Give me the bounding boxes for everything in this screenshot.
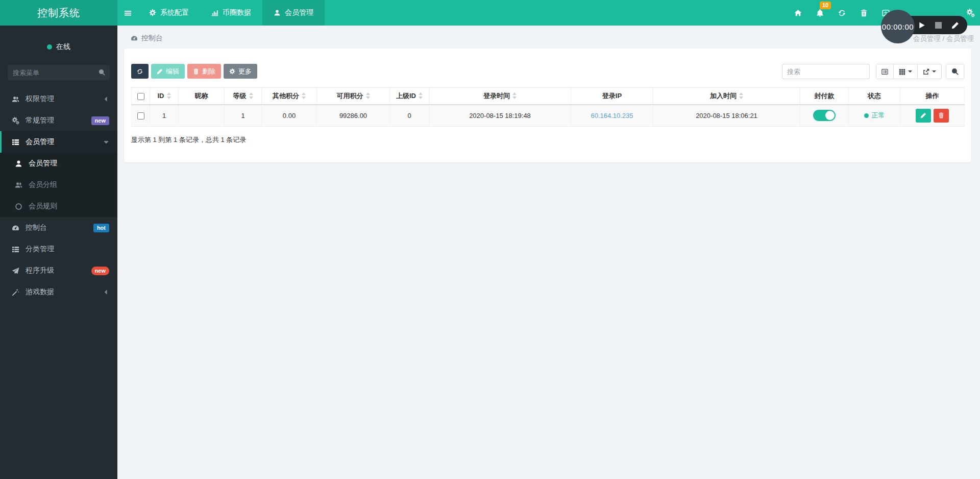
menu-search-input[interactable] bbox=[8, 65, 110, 80]
payment-toggle-switch[interactable] bbox=[813, 110, 836, 121]
online-dot-icon bbox=[47, 44, 52, 50]
chevron-left-icon bbox=[103, 289, 109, 295]
sidebar-item-dashboard[interactable]: 控制台 hot bbox=[0, 217, 117, 238]
header-other-points[interactable]: 其他积分 bbox=[262, 88, 317, 105]
toggle-knob bbox=[825, 111, 835, 120]
row-checkbox[interactable] bbox=[137, 112, 144, 119]
users-icon bbox=[11, 95, 20, 103]
sidebar-item-upgrade[interactable]: 程序升级 new bbox=[0, 260, 117, 281]
main-content: 控制台 会员管理 / 会员管理 编辑 删除 更多 bbox=[117, 26, 980, 479]
search-icon bbox=[951, 68, 959, 75]
search-icon bbox=[99, 69, 105, 76]
tab-label: 会员管理 bbox=[285, 8, 313, 17]
detail-view-icon bbox=[881, 68, 888, 75]
header-select-all bbox=[132, 88, 150, 105]
cell-id: 1 bbox=[150, 105, 179, 127]
pencil-icon bbox=[920, 112, 926, 118]
export-dropdown-button[interactable] bbox=[917, 64, 942, 79]
record-edit-button[interactable] bbox=[951, 21, 959, 29]
new-badge: new bbox=[91, 267, 109, 275]
refresh-icon bbox=[137, 68, 143, 75]
user-icon bbox=[14, 160, 23, 167]
list-icon bbox=[11, 138, 20, 146]
settings-button[interactable] bbox=[966, 0, 975, 26]
rocket-icon bbox=[11, 267, 20, 275]
tab-label: 系统配置 bbox=[160, 8, 189, 17]
table-header-row: ID 昵称 等级 其他积分 可用积分 上级ID 登录时间 登录IP 加入时间 封… bbox=[132, 88, 965, 105]
sidebar-item-label: 分类管理 bbox=[26, 245, 54, 254]
caret-down-icon bbox=[908, 70, 912, 75]
breadcrumb-path: 会员管理 / 会员管理 bbox=[913, 34, 974, 43]
tab-member-management[interactable]: 会员管理 bbox=[262, 0, 325, 26]
table-search-input[interactable] bbox=[782, 64, 870, 79]
sidebar-subitem-member-groups[interactable]: 会员分组 bbox=[0, 174, 117, 196]
more-button[interactable]: 更多 bbox=[224, 64, 257, 79]
detail-view-button[interactable] bbox=[876, 64, 894, 79]
header-join-time[interactable]: 加入时间 bbox=[653, 88, 800, 105]
edit-button[interactable]: 编辑 bbox=[151, 64, 185, 79]
login-ip-link[interactable]: 60.164.10.235 bbox=[591, 112, 633, 119]
table-toolbar: 编辑 删除 更多 bbox=[131, 64, 964, 79]
home-icon bbox=[794, 9, 802, 17]
sidebar-item-general[interactable]: 常规管理 new bbox=[0, 110, 117, 131]
header-nickname: 昵称 bbox=[179, 88, 225, 105]
users-icon bbox=[14, 181, 23, 189]
columns-dropdown-button[interactable] bbox=[893, 64, 918, 79]
header-login-ip: 登录IP bbox=[571, 88, 653, 105]
refresh-page-button[interactable] bbox=[837, 9, 846, 17]
notifications-button[interactable]: 10 bbox=[815, 9, 824, 17]
row-edit-button[interactable] bbox=[916, 109, 931, 123]
trash-icon bbox=[860, 9, 868, 17]
header-login-time[interactable]: 登录时间 bbox=[429, 88, 571, 105]
header-parent-id[interactable]: 上级ID bbox=[390, 88, 429, 105]
header-id[interactable]: ID bbox=[150, 88, 179, 105]
sidebar-item-label: 权限管理 bbox=[26, 94, 54, 104]
sidebar: 在线 权限管理 常规管理 new 会员管理 会员管理 会员 bbox=[0, 26, 117, 479]
tab-system-config[interactable]: 系统配置 bbox=[138, 0, 200, 26]
members-table: ID 昵称 等级 其他积分 可用积分 上级ID 登录时间 登录IP 加入时间 封… bbox=[131, 87, 965, 127]
record-stop-button[interactable] bbox=[935, 22, 942, 29]
sidebar-subitem-member-rules[interactable]: 会员规则 bbox=[0, 196, 117, 217]
dashboard-icon bbox=[131, 35, 138, 42]
header-level[interactable]: 等级 bbox=[225, 88, 262, 105]
chevron-down-icon bbox=[103, 139, 109, 145]
online-label: 在线 bbox=[56, 42, 70, 52]
sidebar-item-members[interactable]: 会员管理 bbox=[0, 131, 117, 153]
sort-icon bbox=[167, 92, 171, 99]
tab-coin-data[interactable]: 币圈数据 bbox=[200, 0, 262, 26]
sidebar-item-categories[interactable]: 分类管理 bbox=[0, 238, 117, 260]
row-delete-button[interactable] bbox=[934, 109, 949, 123]
trash-icon bbox=[938, 112, 944, 118]
header-payment-block: 封付款 bbox=[800, 88, 849, 105]
record-play-button[interactable] bbox=[918, 21, 925, 29]
toggle-search-button[interactable] bbox=[946, 64, 964, 79]
magic-wand-icon bbox=[11, 289, 20, 296]
select-all-checkbox[interactable] bbox=[137, 93, 144, 100]
bell-icon bbox=[816, 9, 824, 17]
delete-button[interactable]: 删除 bbox=[187, 64, 221, 79]
refresh-table-button[interactable] bbox=[131, 64, 149, 79]
sidebar-item-label: 会员分组 bbox=[29, 180, 57, 189]
record-timer[interactable]: 00:00:00 bbox=[881, 10, 915, 43]
sort-icon bbox=[739, 92, 743, 99]
header-available-points[interactable]: 可用积分 bbox=[317, 88, 390, 105]
sidebar-item-label: 游戏数据 bbox=[26, 288, 54, 297]
sort-icon bbox=[419, 92, 423, 99]
home-button[interactable] bbox=[793, 9, 802, 17]
sidebar-item-permissions[interactable]: 权限管理 bbox=[0, 88, 117, 110]
sidebar-subitem-member-management[interactable]: 会员管理 bbox=[0, 153, 117, 174]
bar-chart-icon bbox=[211, 9, 218, 16]
sidebar-item-label: 会员管理 bbox=[26, 137, 54, 147]
cell-parent-id: 0 bbox=[390, 105, 429, 127]
sidebar-item-game-data[interactable]: 游戏数据 bbox=[0, 281, 117, 303]
cell-login-time: 2020-08-15 18:19:48 bbox=[429, 105, 571, 127]
online-status: 在线 bbox=[0, 42, 117, 52]
sidebar-toggle-button[interactable] bbox=[117, 0, 138, 26]
status-badge: 正常 bbox=[864, 111, 885, 120]
clear-cache-button[interactable] bbox=[859, 9, 868, 17]
hot-badge: hot bbox=[93, 224, 109, 232]
sidebar-item-label: 会员规则 bbox=[29, 202, 57, 211]
caret-down-icon bbox=[932, 70, 936, 75]
sidebar-item-label: 程序升级 bbox=[26, 266, 54, 275]
sidebar-item-label: 控制台 bbox=[26, 223, 47, 232]
